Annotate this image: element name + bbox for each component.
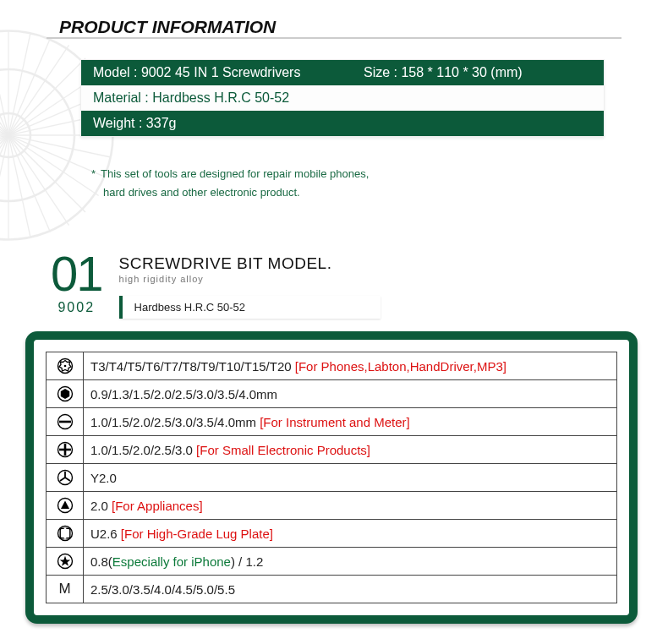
header-underline	[47, 37, 621, 39]
spec-text: 2.0 [For Appliances]	[84, 492, 617, 520]
table-row: 0.9/1.3/1.5/2.0/2.5/3.0/3.5/4.0mm	[47, 380, 617, 408]
svg-point-1	[0, 69, 74, 201]
section-code: 9002	[51, 300, 102, 315]
spec-table: T3/T4/T5/T6/T7/T8/T9/T10/T15/T20 [For Ph…	[46, 352, 617, 603]
info-row-weight: Weight : 337g	[81, 111, 604, 136]
asterisk-icon: *	[91, 167, 96, 180]
spec-text: 1.0/1.5/2.0/2.5/3.0 [For Small Electroni…	[84, 436, 617, 464]
table-row: Y2.0	[47, 464, 617, 492]
section-subtitle: high rigidity alloy	[119, 274, 381, 284]
table-row: 1.0/1.5/2.0/2.5/3.0/3.5/4.0mm [For Instr…	[47, 408, 617, 436]
svg-line-16	[0, 45, 69, 225]
svg-line-11	[0, 33, 30, 237]
spec-text: U2.6 [For High-Grade Lug Plate]	[84, 520, 617, 548]
spec-text: 0.8(Especially for iPhone) / 1.2	[84, 548, 617, 576]
spec-text: 1.0/1.5/2.0/2.5/3.0/3.5/4.0mm [For Instr…	[84, 408, 617, 436]
table-row: M2.5/3.0/3.5/4.0/4.5/5.0/5.5	[47, 576, 617, 603]
info-material: Material : Hardbess H.R.C 50-52	[81, 85, 604, 111]
table-row: 0.8(Especially for iPhone) / 1.2	[47, 548, 617, 576]
table-row: 1.0/1.5/2.0/2.5/3.0 [For Small Electroni…	[47, 436, 617, 464]
page-title: PRODUCT INFORMATION	[59, 17, 276, 37]
triangle-icon	[47, 492, 84, 520]
page-header: PRODUCT INFORMATION	[59, 17, 276, 37]
info-note: *This set of tools are designed for repa…	[91, 165, 369, 202]
section-title: SCREWDRIVE BIT MODEL.	[119, 254, 381, 273]
svg-line-7	[0, 39, 50, 232]
phillips-icon	[47, 436, 84, 464]
product-info-card: Model : 9002 45 IN 1 Screwdrivers Size :…	[80, 59, 605, 137]
torx-security-icon	[47, 352, 84, 380]
info-note-line2: hard drives and other electronic product…	[91, 183, 369, 202]
hex-icon	[47, 380, 84, 408]
info-model: Model : 9002 45 IN 1 Screwdrivers	[93, 65, 321, 80]
info-weight: Weight : 337g	[93, 116, 176, 131]
section-tag: Hardbess H.R.C 50-52	[119, 296, 381, 319]
svg-line-12	[0, 33, 30, 237]
tri-point-icon	[47, 464, 84, 492]
spec-frame: T3/T4/T5/T6/T7/T8/T9/T10/T15/T20 [For Ph…	[25, 331, 638, 624]
info-row-model-size: Model : 9002 45 IN 1 Screwdrivers Size :…	[81, 60, 604, 85]
pentalobe-icon	[47, 548, 84, 576]
svg-line-8	[0, 39, 50, 232]
info-note-line1: This set of tools are designed for repai…	[101, 167, 369, 180]
info-size: Size : 158 * 110 * 30 (mm)	[321, 65, 592, 80]
spanner-icon	[47, 520, 84, 548]
spec-text: 0.9/1.3/1.5/2.0/2.5/3.0/3.5/4.0mm	[84, 380, 617, 408]
svg-line-6	[0, 58, 85, 212]
svg-line-15	[0, 45, 69, 225]
section-header: 01 9002 SCREWDRIVE BIT MODEL. high rigid…	[51, 249, 381, 319]
section-number-block: 01 9002	[51, 249, 102, 315]
spec-text: Y2.0	[84, 464, 617, 492]
svg-point-2	[0, 113, 30, 157]
section-number: 01	[51, 249, 102, 298]
spec-text: T3/T4/T5/T6/T7/T8/T9/T10/T15/T20 [For Ph…	[84, 352, 617, 380]
table-row: T3/T4/T5/T6/T7/T8/T9/T10/T15/T20 [For Ph…	[47, 352, 617, 380]
slotted-icon	[47, 408, 84, 436]
section-texts: SCREWDRIVE BIT MODEL. high rigidity allo…	[119, 254, 381, 319]
table-row: 2.0 [For Appliances]	[47, 492, 617, 520]
m-letter-icon: M	[47, 576, 84, 603]
table-row: U2.6 [For High-Grade Lug Plate]	[47, 520, 617, 548]
svg-line-5	[0, 58, 85, 212]
spec-text: 2.5/3.0/3.5/4.0/4.5/5.0/5.5	[84, 576, 617, 603]
